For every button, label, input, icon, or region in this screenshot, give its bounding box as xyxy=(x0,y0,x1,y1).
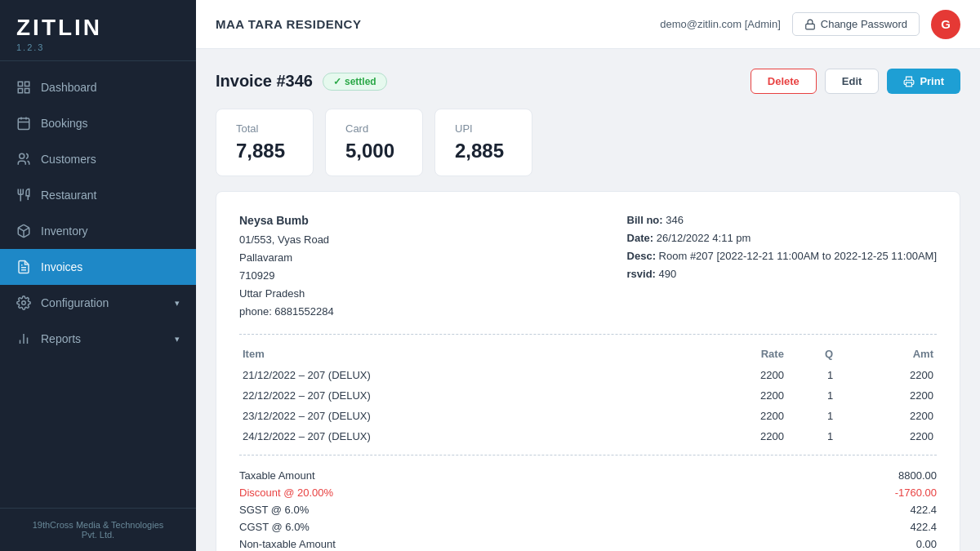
invoice-header-row: Invoice #346 settled Delete Edit Print xyxy=(216,69,960,94)
svg-rect-2 xyxy=(18,89,22,93)
bill-info: Bill no: 346 Date: 26/12/2022 4:11 pm De… xyxy=(627,211,937,321)
non-taxable-label: Non-taxable Amount xyxy=(239,538,336,550)
desc-value: Room #207 [2022-12-21 11:00AM to 2022-12… xyxy=(659,250,937,262)
sidebar-item-bookings[interactable]: Bookings xyxy=(0,105,196,141)
row-rate: 2200 xyxy=(687,426,787,447)
logo-text: ZITLIN xyxy=(16,15,180,41)
sidebar-item-configuration[interactable]: Configuration ▾ xyxy=(0,285,196,321)
action-buttons: Delete Edit Print xyxy=(751,69,960,94)
restaurant-icon xyxy=(16,188,31,202)
sidebar-item-label: Invoices xyxy=(41,260,82,273)
bill-desc: Desc: Room #207 [2022-12-21 11:00AM to 2… xyxy=(627,247,937,265)
sidebar-item-customers[interactable]: Customers xyxy=(0,141,196,177)
header: MAA TARA RESIDENCY demo@zitlin.com [Admi… xyxy=(196,0,980,49)
sidebar-item-reports[interactable]: Reports ▾ xyxy=(0,321,196,357)
print-label: Print xyxy=(920,75,944,87)
customer-address2: Pallavaram xyxy=(239,249,334,267)
svg-rect-4 xyxy=(18,118,29,130)
card-value: 5,000 xyxy=(345,140,403,162)
sidebar-item-inventory[interactable]: Inventory xyxy=(0,213,196,249)
sidebar-item-invoices[interactable]: Invoices xyxy=(0,249,196,285)
sidebar-item-restaurant[interactable]: Restaurant xyxy=(0,177,196,213)
main-area: MAA TARA RESIDENCY demo@zitlin.com [Admi… xyxy=(196,0,980,551)
upi-value: 2,885 xyxy=(455,140,512,162)
total-value: 7,885 xyxy=(236,140,293,162)
cgst-row: CGST @ 6.0% 422.4 xyxy=(239,518,937,535)
print-button[interactable]: Print xyxy=(887,69,960,94)
business-name: MAA TARA RESIDENCY xyxy=(216,17,361,31)
avatar: G xyxy=(931,10,960,39)
summary-cards: Total 7,885 Card 5,000 UPI 2,885 xyxy=(216,109,960,176)
row-rate: 2200 xyxy=(687,385,787,406)
row-amt: 2200 xyxy=(836,426,937,447)
row-amt: 2200 xyxy=(836,365,937,385)
bill-date: Date: 26/12/2022 4:11 pm xyxy=(627,229,937,247)
row-item: 23/12/2022 – 207 (DELUX) xyxy=(239,406,687,426)
chevron-down-icon: ▾ xyxy=(175,334,180,344)
grid-icon xyxy=(16,80,31,95)
gear-icon xyxy=(16,295,31,310)
status-badge: settled xyxy=(323,73,387,91)
change-password-button[interactable]: Change Password xyxy=(792,12,920,36)
row-qty: 1 xyxy=(787,406,836,426)
svg-point-8 xyxy=(20,153,24,158)
non-taxable-row: Non-taxable Amount 0.00 xyxy=(239,535,937,551)
sidebar-item-label: Configuration xyxy=(41,296,109,309)
content: Invoice #346 settled Delete Edit Print T… xyxy=(196,49,980,551)
bill-rsvid: rsvid: 490 xyxy=(627,265,937,283)
user-info: demo@zitlin.com [Admin] xyxy=(660,18,781,30)
sidebar-item-label: Reports xyxy=(41,332,81,345)
svg-rect-16 xyxy=(806,24,815,29)
invoice-icon xyxy=(16,260,31,274)
row-amt: 2200 xyxy=(836,385,937,406)
footer-line2: Pvt. Ltd. xyxy=(16,530,180,540)
logo-version: 1.2.3 xyxy=(16,42,180,52)
upi-card: UPI 2,885 xyxy=(434,109,532,176)
row-item: 22/12/2022 – 207 (DELUX) xyxy=(239,385,687,406)
print-icon xyxy=(903,76,915,87)
sidebar-footer: 19thCross Media & Technologies Pvt. Ltd. xyxy=(0,508,196,551)
svg-rect-1 xyxy=(25,82,29,86)
desc-label: Desc: xyxy=(627,250,656,262)
discount-label: Discount @ 20.00% xyxy=(239,487,333,499)
sidebar: ZITLIN 1.2.3 Dashboard Bookings Customer… xyxy=(0,0,196,551)
table-row: 22/12/2022 – 207 (DELUX) 2200 1 2200 xyxy=(239,385,937,406)
sidebar-logo: ZITLIN 1.2.3 xyxy=(0,0,196,61)
edit-button[interactable]: Edit xyxy=(825,69,880,94)
rsvid-value: 490 xyxy=(659,268,677,280)
upi-label: UPI xyxy=(455,122,512,135)
lock-icon xyxy=(804,19,816,30)
row-rate: 2200 xyxy=(687,365,787,385)
invoice-title: Invoice #346 xyxy=(216,72,313,91)
delete-button[interactable]: Delete xyxy=(751,69,817,94)
table-row: 24/12/2022 – 207 (DELUX) 2200 1 2200 xyxy=(239,426,937,447)
customer-address1: 01/553, Vyas Road xyxy=(239,231,334,249)
invoice-title-group: Invoice #346 settled xyxy=(216,72,387,91)
bill-number: Bill no: 346 xyxy=(627,211,937,229)
sgst-value: 422.4 xyxy=(910,504,937,516)
users-icon xyxy=(16,152,31,167)
chevron-down-icon: ▾ xyxy=(175,298,180,309)
col-rate: Rate xyxy=(687,343,787,365)
cgst-label: CGST @ 6.0% xyxy=(239,521,310,533)
row-rate: 2200 xyxy=(687,406,787,426)
svg-rect-3 xyxy=(25,89,29,93)
sidebar-item-dashboard[interactable]: Dashboard xyxy=(0,69,196,105)
taxable-amount-row: Taxable Amount 8800.00 xyxy=(239,467,937,484)
card-label: Card xyxy=(345,122,403,135)
col-item: Item xyxy=(239,343,687,365)
rsvid-label: rsvid: xyxy=(627,268,656,280)
row-qty: 1 xyxy=(787,385,836,406)
row-qty: 1 xyxy=(787,365,836,385)
customer-pin: 710929 xyxy=(239,267,334,285)
taxable-amount-label: Taxable Amount xyxy=(239,469,315,482)
row-qty: 1 xyxy=(787,426,836,447)
customer-phone: phone: 6881552284 xyxy=(239,303,334,321)
table-row: 23/12/2022 – 207 (DELUX) 2200 1 2200 xyxy=(239,406,937,426)
change-password-label: Change Password xyxy=(821,18,907,30)
box-icon xyxy=(16,224,31,238)
svg-rect-0 xyxy=(18,82,22,86)
discount-row: Discount @ 20.00% -1760.00 xyxy=(239,484,937,501)
customer-info: Neysa Bumb 01/553, Vyas Road Pallavaram … xyxy=(239,211,334,321)
date-label: Date: xyxy=(627,232,654,244)
